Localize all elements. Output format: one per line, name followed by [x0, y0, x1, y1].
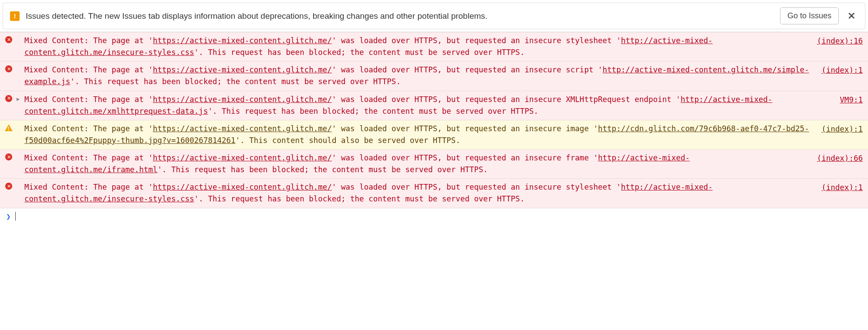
console-message: Mixed Content: The page at 'https://acti… — [0, 179, 868, 208]
console-message: Mixed Content: The page at 'https://acti… — [0, 61, 868, 91]
go-to-issues-button[interactable]: Go to Issues — [780, 7, 839, 24]
console-message: Mixed Content: The page at 'https://acti… — [0, 32, 868, 61]
error-icon — [5, 153, 12, 160]
source-link[interactable]: VM9:1 — [840, 94, 863, 106]
close-icon[interactable]: ✕ — [845, 10, 858, 22]
expand-toggle — [17, 64, 24, 65]
expand-toggle — [17, 152, 24, 153]
url-link[interactable]: https://active-mixed-content.glitch.me/ — [153, 95, 332, 104]
prompt-chevron-icon: ❯ — [6, 212, 11, 221]
url-link[interactable]: https://active-mixed-content.glitch.me/ — [153, 65, 332, 74]
error-icon — [5, 65, 12, 72]
expand-toggle — [17, 35, 24, 36]
source-link[interactable]: (index):1 — [821, 64, 863, 76]
message-text: Mixed Content: The page at 'https://acti… — [24, 35, 817, 58]
url-link[interactable]: https://active-mixed-content.glitch.me/ — [153, 124, 332, 133]
url-link[interactable]: https://active-mixed-content.glitch.me/ — [153, 153, 332, 162]
issues-badge-icon: ! — [10, 11, 20, 21]
error-icon — [5, 36, 12, 43]
console-message: Mixed Content: The page at 'https://acti… — [0, 120, 868, 150]
expand-toggle[interactable]: ▶ — [17, 94, 24, 103]
source-link[interactable]: (index):16 — [817, 35, 863, 47]
source-link[interactable]: (index):1 — [821, 181, 863, 194]
message-text: Mixed Content: The page at 'https://acti… — [24, 64, 821, 88]
url-link[interactable]: http://active-mixed-content.glitch.me/if… — [24, 153, 690, 174]
source-link[interactable]: (index):1 — [821, 123, 863, 135]
url-link[interactable]: http://active-mixed-content.glitch.me/si… — [24, 65, 809, 86]
expand-toggle — [17, 123, 24, 124]
source-link[interactable]: (index):66 — [817, 152, 863, 164]
url-link[interactable]: https://active-mixed-content.glitch.me/ — [153, 36, 332, 45]
warning-icon — [5, 124, 13, 131]
issues-notification-bar: ! Issues detected. The new Issues tab di… — [3, 3, 865, 29]
expand-toggle — [17, 181, 24, 183]
url-link[interactable]: http://cdn.glitch.com/79c6b968-aef0-47c7… — [24, 124, 809, 145]
error-icon — [5, 183, 12, 190]
url-link[interactable]: http://active-mixed-content.glitch.me/in… — [24, 183, 713, 203]
issues-message-text: Issues detected. The new Issues tab disp… — [26, 11, 774, 21]
message-text: Mixed Content: The page at 'https://acti… — [24, 152, 817, 176]
url-link[interactable]: https://active-mixed-content.glitch.me/ — [153, 183, 332, 191]
url-link[interactable]: http://active-mixed-content.glitch.me/in… — [24, 36, 713, 57]
message-text: Mixed Content: The page at 'https://acti… — [24, 181, 821, 205]
console-message: ▶Mixed Content: The page at 'https://act… — [0, 91, 868, 120]
error-icon — [5, 95, 12, 102]
message-text: Mixed Content: The page at 'https://acti… — [24, 94, 840, 117]
message-text: Mixed Content: The page at 'https://acti… — [24, 123, 821, 146]
prompt-cursor — [15, 212, 16, 221]
console-log-list: Mixed Content: The page at 'https://acti… — [0, 32, 868, 208]
console-message: Mixed Content: The page at 'https://acti… — [0, 150, 868, 179]
console-prompt[interactable]: ❯ — [0, 208, 868, 225]
url-link[interactable]: http://active-mixed-content.glitch.me/xm… — [24, 95, 772, 116]
